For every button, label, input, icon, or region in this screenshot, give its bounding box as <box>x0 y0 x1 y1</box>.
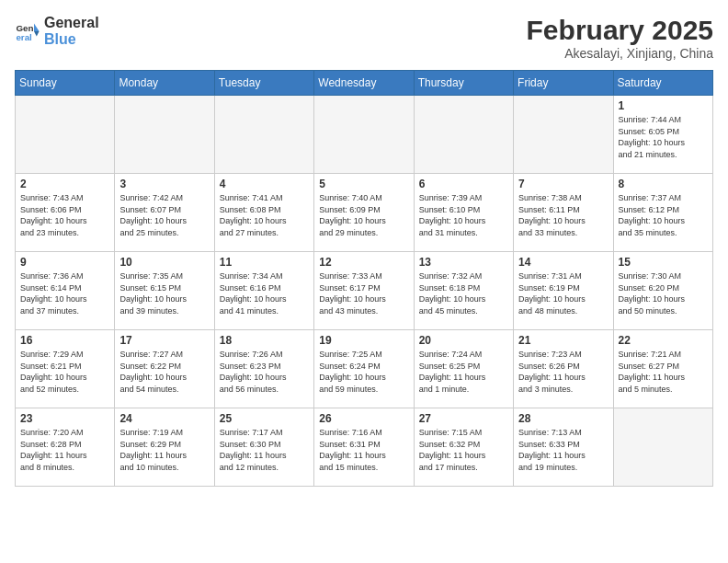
calendar-cell: 1Sunrise: 7:44 AM Sunset: 6:05 PM Daylig… <box>613 96 712 174</box>
day-info: Sunrise: 7:38 AM Sunset: 6:11 PM Dayligh… <box>518 192 608 238</box>
calendar-cell <box>314 96 414 174</box>
calendar-cell: 2Sunrise: 7:43 AM Sunset: 6:06 PM Daylig… <box>16 174 115 252</box>
day-number: 25 <box>220 412 309 425</box>
day-number: 2 <box>20 178 109 190</box>
day-number: 28 <box>518 412 608 425</box>
logo-icon: Gen eral <box>15 18 40 44</box>
day-info: Sunrise: 7:13 AM Sunset: 6:33 PM Dayligh… <box>518 427 608 473</box>
weekday-header-monday: Monday <box>115 71 214 96</box>
day-info: Sunrise: 7:23 AM Sunset: 6:26 PM Dayligh… <box>518 349 608 395</box>
calendar-cell: 9Sunrise: 7:36 AM Sunset: 6:14 PM Daylig… <box>16 252 115 330</box>
calendar-cell: 26Sunrise: 7:16 AM Sunset: 6:31 PM Dayli… <box>314 408 414 487</box>
calendar-table: SundayMondayTuesdayWednesdayThursdayFrid… <box>15 70 713 487</box>
calendar-cell: 28Sunrise: 7:13 AM Sunset: 6:33 PM Dayli… <box>514 408 613 487</box>
day-number: 7 <box>518 178 608 190</box>
day-info: Sunrise: 7:16 AM Sunset: 6:31 PM Dayligh… <box>319 427 408 473</box>
logo: Gen eral General Blue <box>15 15 99 47</box>
day-info: Sunrise: 7:36 AM Sunset: 6:14 PM Dayligh… <box>20 270 109 316</box>
calendar-cell: 12Sunrise: 7:33 AM Sunset: 6:17 PM Dayli… <box>314 252 414 330</box>
logo-line1: General <box>44 15 99 31</box>
calendar-cell: 22Sunrise: 7:21 AM Sunset: 6:27 PM Dayli… <box>613 330 712 408</box>
calendar-cell: 20Sunrise: 7:24 AM Sunset: 6:25 PM Dayli… <box>414 330 513 408</box>
weekday-header-sunday: Sunday <box>16 71 115 96</box>
day-number: 3 <box>119 178 209 190</box>
day-number: 26 <box>319 412 408 425</box>
weekday-header-friday: Friday <box>514 71 613 96</box>
logo-line2: Blue <box>44 31 99 48</box>
day-info: Sunrise: 7:21 AM Sunset: 6:27 PM Dayligh… <box>619 349 708 395</box>
day-number: 18 <box>220 334 309 347</box>
calendar-cell: 3Sunrise: 7:42 AM Sunset: 6:07 PM Daylig… <box>115 174 214 252</box>
day-info: Sunrise: 7:27 AM Sunset: 6:22 PM Dayligh… <box>119 349 209 395</box>
weekday-header-saturday: Saturday <box>613 71 712 96</box>
svg-marker-3 <box>34 31 40 37</box>
calendar-cell: 27Sunrise: 7:15 AM Sunset: 6:32 PM Dayli… <box>414 408 513 487</box>
weekday-header-tuesday: Tuesday <box>214 71 313 96</box>
calendar-cell: 21Sunrise: 7:23 AM Sunset: 6:26 PM Dayli… <box>514 330 613 408</box>
calendar-cell: 11Sunrise: 7:34 AM Sunset: 6:16 PM Dayli… <box>214 252 313 330</box>
day-info: Sunrise: 7:34 AM Sunset: 6:16 PM Dayligh… <box>220 270 309 316</box>
calendar-cell <box>214 96 313 174</box>
calendar-cell <box>613 408 712 487</box>
day-number: 8 <box>619 178 708 190</box>
day-info: Sunrise: 7:44 AM Sunset: 6:05 PM Dayligh… <box>619 114 708 160</box>
day-info: Sunrise: 7:42 AM Sunset: 6:07 PM Dayligh… <box>119 192 209 238</box>
calendar-cell: 4Sunrise: 7:41 AM Sunset: 6:08 PM Daylig… <box>214 174 313 252</box>
day-number: 5 <box>319 178 408 190</box>
calendar-cell <box>514 96 613 174</box>
calendar-cell: 25Sunrise: 7:17 AM Sunset: 6:30 PM Dayli… <box>214 408 313 487</box>
calendar-week-1: 1Sunrise: 7:44 AM Sunset: 6:05 PM Daylig… <box>16 96 713 174</box>
calendar-cell: 13Sunrise: 7:32 AM Sunset: 6:18 PM Dayli… <box>414 252 513 330</box>
calendar-cell <box>16 96 115 174</box>
calendar-week-4: 16Sunrise: 7:29 AM Sunset: 6:21 PM Dayli… <box>16 330 713 408</box>
day-number: 22 <box>619 334 708 347</box>
calendar-cell: 24Sunrise: 7:19 AM Sunset: 6:29 PM Dayli… <box>115 408 214 487</box>
day-info: Sunrise: 7:24 AM Sunset: 6:25 PM Dayligh… <box>419 349 508 395</box>
day-number: 12 <box>319 256 408 269</box>
day-info: Sunrise: 7:33 AM Sunset: 6:17 PM Dayligh… <box>319 270 408 316</box>
calendar-week-2: 2Sunrise: 7:43 AM Sunset: 6:06 PM Daylig… <box>16 174 713 252</box>
day-number: 13 <box>419 256 508 269</box>
calendar-cell: 5Sunrise: 7:40 AM Sunset: 6:09 PM Daylig… <box>314 174 414 252</box>
weekday-header-thursday: Thursday <box>414 71 513 96</box>
day-number: 1 <box>619 99 708 112</box>
svg-text:eral: eral <box>16 31 32 41</box>
day-number: 16 <box>20 334 109 347</box>
calendar-cell: 23Sunrise: 7:20 AM Sunset: 6:28 PM Dayli… <box>16 408 115 487</box>
svg-marker-2 <box>34 23 40 30</box>
day-info: Sunrise: 7:29 AM Sunset: 6:21 PM Dayligh… <box>20 349 109 395</box>
day-info: Sunrise: 7:43 AM Sunset: 6:06 PM Dayligh… <box>20 192 109 238</box>
day-info: Sunrise: 7:19 AM Sunset: 6:29 PM Dayligh… <box>119 427 209 473</box>
day-number: 20 <box>419 334 508 347</box>
calendar-cell: 7Sunrise: 7:38 AM Sunset: 6:11 PM Daylig… <box>514 174 613 252</box>
day-info: Sunrise: 7:30 AM Sunset: 6:20 PM Dayligh… <box>619 270 708 316</box>
calendar-cell <box>115 96 214 174</box>
day-number: 19 <box>319 334 408 347</box>
day-number: 9 <box>20 256 109 269</box>
calendar-cell: 19Sunrise: 7:25 AM Sunset: 6:24 PM Dayli… <box>314 330 414 408</box>
calendar-cell: 15Sunrise: 7:30 AM Sunset: 6:20 PM Dayli… <box>613 252 712 330</box>
day-info: Sunrise: 7:40 AM Sunset: 6:09 PM Dayligh… <box>319 192 408 238</box>
location: Akesalayi, Xinjiang, China <box>527 46 713 61</box>
day-info: Sunrise: 7:26 AM Sunset: 6:23 PM Dayligh… <box>220 349 309 395</box>
day-info: Sunrise: 7:20 AM Sunset: 6:28 PM Dayligh… <box>20 427 109 473</box>
day-number: 4 <box>220 178 309 190</box>
calendar-body: 1Sunrise: 7:44 AM Sunset: 6:05 PM Daylig… <box>16 96 713 487</box>
calendar-week-3: 9Sunrise: 7:36 AM Sunset: 6:14 PM Daylig… <box>16 252 713 330</box>
day-number: 15 <box>619 256 708 269</box>
day-info: Sunrise: 7:39 AM Sunset: 6:10 PM Dayligh… <box>419 192 508 238</box>
day-info: Sunrise: 7:32 AM Sunset: 6:18 PM Dayligh… <box>419 270 508 316</box>
calendar-cell: 8Sunrise: 7:37 AM Sunset: 6:12 PM Daylig… <box>613 174 712 252</box>
day-number: 24 <box>119 412 209 425</box>
day-number: 23 <box>20 412 109 425</box>
day-number: 17 <box>119 334 209 347</box>
page-header: Gen eral General Blue February 2025 Akes… <box>15 15 713 61</box>
month-title: February 2025 <box>527 15 713 46</box>
day-number: 21 <box>518 334 608 347</box>
day-info: Sunrise: 7:25 AM Sunset: 6:24 PM Dayligh… <box>319 349 408 395</box>
weekday-header-row: SundayMondayTuesdayWednesdayThursdayFrid… <box>16 71 713 96</box>
weekday-header-wednesday: Wednesday <box>314 71 414 96</box>
calendar-cell: 18Sunrise: 7:26 AM Sunset: 6:23 PM Dayli… <box>214 330 313 408</box>
title-block: February 2025 Akesalayi, Xinjiang, China <box>527 15 713 61</box>
day-number: 27 <box>419 412 508 425</box>
